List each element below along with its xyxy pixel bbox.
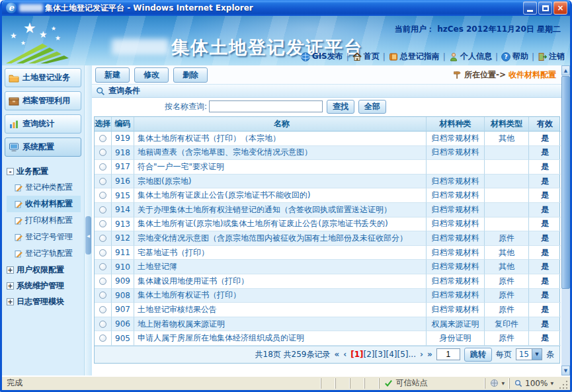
radio-button[interactable] [99,206,106,214]
radio-button[interactable] [99,249,106,256]
tree-item-registration-track-config[interactable]: 登记字轨配置 [7,245,81,262]
scrollbar-thumb[interactable] [561,76,570,289]
protected-mode-pane[interactable]: ▼ [485,378,509,389]
chevron-down-icon[interactable]: ▼ [532,349,542,360]
page-number-input[interactable] [436,348,460,360]
page-link-1[interactable]: [1] [350,350,363,359]
table-row: 911 宅基地证书（打印） 归档常规材料 其他 是 [95,246,559,260]
tree-node-system-maintenance[interactable]: + 系统维护管理 [7,278,81,294]
scrollbar-track[interactable] [561,290,570,366]
radio-button[interactable] [99,306,106,313]
delete-button[interactable]: 删除 [173,67,208,83]
tree-node-user-permission-config[interactable]: + 用户权限配置 [7,262,81,278]
page-link-2[interactable]: [2] [364,350,375,359]
row-code: 911 [112,246,134,260]
row-type: 其他 [485,260,529,274]
nav-home[interactable]: 首页 [352,51,380,62]
tree-item-registration-number-management[interactable]: 登记字号管理 [7,229,81,245]
maximize-button[interactable] [538,1,552,15]
table-row: 908 集体土地所有权证书（打印） 归档常规材料 原件 是 [95,289,559,303]
expand-plus-icon[interactable]: + [7,298,14,305]
radio-button[interactable] [99,334,106,342]
page-link-3[interactable]: [3] [375,350,386,359]
row-type: 原件 [485,274,529,289]
row-category: 归档常规材料 [427,203,485,217]
sidebar-item-system-config[interactable]: 系统配置 [5,137,81,157]
table-header-row: 选择 编码 名称 材料种类 材料类型 有效 [95,117,559,132]
radio-button[interactable] [99,278,106,285]
per-page-select[interactable]: 15 ▼ [516,348,542,360]
edit-icon [15,200,22,208]
page-link-more[interactable]: ... [409,350,416,359]
zoom-pane[interactable]: 100% ▼ [509,378,558,389]
minimize-button[interactable] [523,1,537,15]
person-icon [449,52,458,61]
radio-button[interactable] [99,235,106,242]
row-code: 910 [112,260,134,274]
row-name: 集体土地所有证废止公告(原宗地证书不能收回的) [134,188,427,203]
vertical-scrollbar[interactable]: ▲ ▼ [561,65,570,375]
tree-node-log-management[interactable]: + 日志管理模块 [7,294,81,309]
row-type [485,160,529,175]
current-user-info: 当前用户： hzCes 2012年11月20日 星期二 [395,24,561,35]
tree-item-registration-type-config[interactable]: 登记种类配置 [7,179,81,196]
radio-button[interactable] [99,192,106,199]
radio-button[interactable] [99,292,106,299]
per-page-value: 15 [516,350,532,359]
jump-button[interactable]: 跳转 [464,348,492,362]
next-page-icon[interactable]: › [420,350,423,359]
collapse-minus-icon[interactable]: - [7,168,14,175]
row-valid: 是 [529,231,561,246]
scroll-up-icon[interactable]: ▲ [561,65,570,75]
row-type: 其他 [485,246,529,260]
radio-button[interactable] [99,163,106,171]
expand-plus-icon[interactable]: + [7,282,14,290]
tree-node-business-config[interactable]: - 业务配置 [7,163,81,179]
nav-gis-publish[interactable]: GIS发布 [301,51,343,62]
nav-registration-guide[interactable]: 总登记指南 [389,51,440,62]
sidebar-item-archive-management[interactable]: 档案管理利用 [5,91,81,110]
sidebar-collapse-handle[interactable]: ◀ [85,216,91,255]
close-button[interactable]: × [553,1,567,15]
row-select-cell [95,246,112,260]
radio-button[interactable] [99,263,106,270]
table-row: 913 集体土地所有证(原宗地)或集体土地所有证废止公告(原宗地证书丢失的) 归… [95,217,559,232]
prev-page-icon[interactable]: ‹ [343,350,347,359]
new-button[interactable]: 新建 [95,67,130,83]
window-controls: × [523,1,567,15]
page-link-5[interactable]: [5] [397,350,409,359]
nav-help[interactable]: ? 帮助 [501,51,528,62]
breadcrumb-current[interactable]: 收件材料配置 [509,69,556,81]
radio-button[interactable] [99,321,106,328]
expand-plus-icon[interactable]: + [7,266,14,274]
radio-button[interactable] [99,220,106,227]
last-page-icon[interactable]: » [427,350,432,359]
find-button[interactable]: 查找 [327,100,354,114]
nav-personal-info[interactable]: 个人信息 [449,51,492,62]
nav-label: 首页 [364,51,380,62]
page-link-4[interactable]: [4] [386,350,397,359]
resize-grip[interactable] [559,379,569,389]
first-page-icon[interactable]: « [335,350,340,359]
sidebar-item-query-statistics[interactable]: 查询统计 [5,114,81,134]
scroll-down-icon[interactable]: ▼ [561,366,570,375]
name-search-input[interactable] [209,100,323,112]
titlebar[interactable]: e 集体土地登记发证平台 - Windows Internet Explorer… [2,0,570,16]
tree-item-received-material-config[interactable]: 收件材料配置 [7,196,81,212]
nav-separator: | [347,52,349,61]
all-button[interactable]: 全部 [358,100,386,114]
tree-item-print-material-config[interactable]: 打印材料配置 [7,212,81,229]
sidebar-item-land-registration[interactable]: 土地登记业务 [5,68,81,87]
nav-logout[interactable]: 注销 [538,51,565,62]
chevron-down-icon[interactable]: ▼ [501,381,505,385]
sidebar-splitter[interactable]: ◀ [84,65,92,375]
radio-button[interactable] [99,135,106,142]
table-row: 910 土地登记簿 归档常规材料 其他 是 [95,260,559,274]
row-select-cell [95,331,112,346]
chevron-down-icon[interactable]: ▼ [550,381,553,385]
status-pane [335,378,350,389]
modify-button[interactable]: 修改 [134,67,169,83]
radio-button[interactable] [99,149,106,156]
header-code: 编码 [112,117,134,132]
radio-button[interactable] [99,178,106,185]
